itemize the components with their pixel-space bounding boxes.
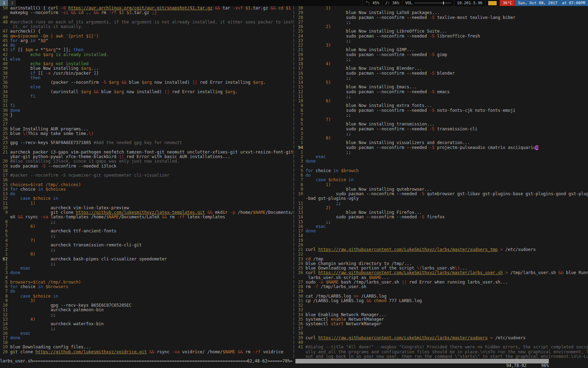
line-number: 9 xyxy=(0,210,10,215)
line-number: 20 xyxy=(0,350,10,354)
code-row: 24blue Changin working directory to /tmp… xyxy=(295,261,588,266)
line-number: 18 xyxy=(0,169,10,173)
line-number: 29 xyxy=(295,11,306,15)
code-row: ybar-git python-pywal xfce-theme-blackbi… xyxy=(0,155,293,159)
code-row: 3done xyxy=(295,159,588,164)
line-number: 30 xyxy=(295,294,306,299)
line-number: 11 xyxy=(0,308,10,312)
code-text: done xyxy=(10,271,293,275)
line-number: 24 xyxy=(295,261,306,266)
line-number: 25 xyxy=(0,131,10,136)
code-text: ;; xyxy=(306,39,588,43)
code-text: aurcheck() { xyxy=(10,29,293,34)
workspace-button-2[interactable]: 2 xyxy=(8,0,17,6)
code-row: 41else xyxy=(0,57,293,62)
code-text xyxy=(10,99,293,103)
line-number xyxy=(295,275,306,280)
code-text: ;; xyxy=(306,220,588,224)
code-text: curl https://raw.githubusercontent.com/L… xyxy=(306,247,588,252)
line-number: 15 xyxy=(0,183,10,187)
code-row: 14for choice in $choices xyxy=(0,187,293,192)
code-text: (packer --noconfirm -S $arg && blue $arg… xyxy=(10,80,293,85)
code-row: 28 xyxy=(0,117,293,122)
code-text: sudo pacman --noconfirm --needed -S fire… xyxy=(306,215,588,219)
line-number: 19 xyxy=(0,164,10,169)
line-number: 43 xyxy=(0,48,10,52)
line-number: 22 xyxy=(0,145,10,150)
line-number: 3 xyxy=(0,271,10,275)
left-editor-pane[interactable]: 50aurinstall() { curl -O https://aur.arc… xyxy=(0,6,293,359)
code-text xyxy=(306,340,588,345)
code-row: 36 (packer --noconfirm -S $arg && blue $… xyxy=(0,80,293,85)
line-number: 22 xyxy=(295,252,306,257)
code-row: 19 ;; xyxy=(295,57,588,62)
code-text: sudo pacman -S --noconfirm --needed i3lo… xyxy=(10,164,293,169)
code-row: 28rm -f /tmp/larbs_user.sh xyxy=(295,285,588,289)
code-text: for choice in $browch xyxy=(306,169,588,173)
line-number: 4 xyxy=(0,238,10,243)
code-text: done xyxy=(306,229,588,233)
line-number: 18 xyxy=(0,340,10,345)
code-row: 25 blue Now installing LibreOffice Suite… xyxy=(295,29,588,34)
code-text: blue Now installing $arg... xyxy=(10,66,293,71)
code-row: 14 sudo pacman --noconfirm --needed -S f… xyxy=(295,215,588,219)
code-text: (aurinstall $arg && blue $arg now instal… xyxy=(10,90,293,94)
code-row: 16 xyxy=(0,178,293,182)
line-number: 12 xyxy=(0,196,10,201)
code-row: 37 xyxy=(295,326,588,331)
code-row: 29 xyxy=(295,289,588,294)
code-text: ;; xyxy=(306,57,588,62)
inactive-filename: larbs_user.sh xyxy=(0,359,33,363)
disk-home-module: ": 45% xyxy=(362,0,382,6)
line-number: 7 xyxy=(295,178,306,182)
line-number: 33 xyxy=(0,94,10,99)
code-text: 4) xyxy=(10,317,293,322)
code-row: 15choices=$(cat /tmp/.choices) xyxy=(0,183,293,187)
code-text xyxy=(10,145,293,150)
code-row: larbs_user.sh script as $NAME... xyxy=(295,275,588,280)
indicator-module xyxy=(485,0,499,6)
code-text: 1) xyxy=(306,6,588,11)
line-number: 17 xyxy=(0,336,10,340)
line-number: 20 xyxy=(295,243,306,247)
line-number: 10 xyxy=(295,99,306,103)
code-text: sudo -u $NAME bash /tmp/larbs_user.sh ||… xyxy=(306,280,588,285)
code-text: then xyxy=(10,76,293,80)
code-text: sudo pacman --noconfirm --needed -S blen… xyxy=(306,71,588,76)
line-number: 25 xyxy=(295,266,306,271)
code-row: 49 xyxy=(0,15,293,20)
code-row: 18 xyxy=(0,169,293,173)
right-editor-pane[interactable]: 30 1)29 blue Now installing LaTeX packag… xyxy=(295,6,588,359)
datetime-module: Sun, Oct 08, 2017 at 07:00PM xyxy=(515,0,588,6)
code-text: gpg --recv-keys 5FAF0A6EE7371805 #Add th… xyxy=(10,141,293,145)
window-separator[interactable] xyxy=(293,6,295,359)
line-number: 30 xyxy=(295,6,306,11)
workspace-button-1[interactable]: 1 xyxy=(0,0,8,6)
i3bar: 12 ": 45% /: 36% VOL 10.201.5.96 36°C xyxy=(0,0,588,6)
code-row: 4 xyxy=(295,164,588,169)
line-number: 14 xyxy=(0,187,10,192)
code-text: 8) xyxy=(306,136,588,141)
line-number: 37 xyxy=(295,326,306,331)
code-text: done xyxy=(10,108,293,113)
code-text: sudo pacman --noconfirm --needed -S texl… xyxy=(306,15,588,20)
volume-slider[interactable] xyxy=(415,3,451,3)
code-text: blue Now installing extra fonts... xyxy=(306,103,588,108)
code-text: 6) xyxy=(306,99,588,103)
code-text: else xyxy=(10,85,293,89)
code-row: 16 esac xyxy=(295,224,588,229)
code-text xyxy=(10,117,293,122)
code-row: 18 4) xyxy=(295,62,588,66)
line-number: 15 xyxy=(295,220,306,224)
volume-slider-thumb[interactable] xyxy=(443,1,444,5)
code-text xyxy=(306,243,588,247)
line-number: 20 xyxy=(295,53,306,57)
code-row: 17done xyxy=(0,336,293,340)
code-row: 5 ;; xyxy=(0,233,293,238)
line-number: 5 xyxy=(295,122,306,127)
code-row: 5 blue Now installing transmission... xyxy=(295,122,588,127)
code-text: 2) xyxy=(306,25,588,29)
line-number xyxy=(295,354,306,359)
code-text: ;; xyxy=(10,313,293,317)
line-number: 21 xyxy=(0,150,10,155)
